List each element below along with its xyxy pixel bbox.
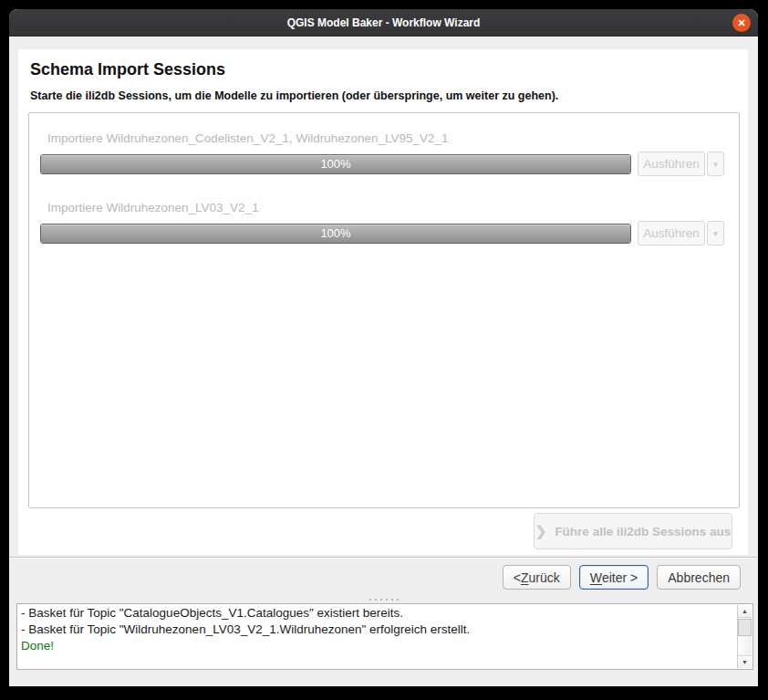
wizard-page: Schema Import Sessions Starte die ili2db…: [18, 49, 748, 555]
close-button[interactable]: ✕: [732, 14, 751, 32]
close-icon: ✕: [737, 18, 745, 28]
next-label-mnemonic: W: [590, 570, 602, 585]
run-button[interactable]: Ausführen: [638, 151, 705, 176]
chevron-down-icon: ▾: [713, 229, 718, 238]
window-title: QGIS Model Baker - Workflow Wizard: [287, 16, 481, 29]
next-label-rest: eiter >: [602, 570, 638, 585]
log-area[interactable]: - Basket für Topic "CatalogueObjects_V1.…: [16, 603, 753, 670]
session-item: Importiere Wildruhezonen_LV03_V2_1 100% …: [29, 176, 739, 246]
back-label-prefix: <: [514, 570, 521, 585]
session-label: Importiere Wildruhezonen_Codelisten_V2_1…: [47, 131, 724, 145]
sessions-panel: Importiere Wildruhezonen_Codelisten_V2_1…: [28, 112, 740, 508]
cancel-button[interactable]: Abbrechen: [657, 565, 741, 590]
back-label-rest: urück: [529, 570, 560, 585]
progress-label: 100%: [41, 155, 630, 173]
chevron-right-icon: ❯: [535, 523, 547, 539]
scroll-down-icon: ▼: [742, 659, 748, 665]
workflow-wizard-window: QGIS Model Baker - Workflow Wizard ✕ Sch…: [9, 9, 758, 686]
titlebar[interactable]: QGIS Model Baker - Workflow Wizard ✕: [9, 9, 758, 37]
run-all-sessions-button[interactable]: ❯ Führe alle ili2db Sessions aus: [534, 513, 732, 549]
progress-bar: 100%: [40, 224, 631, 244]
page-title: Schema Import Sessions: [30, 60, 225, 79]
log-line: - Basket für Topic "Wildruhezonen_LV03_V…: [21, 622, 732, 638]
back-button[interactable]: < Zurück: [503, 565, 571, 590]
separator: [9, 557, 758, 559]
run-dropdown-button[interactable]: ▾: [707, 221, 724, 246]
scroll-up-button[interactable]: ▲: [738, 605, 752, 618]
splitter-handle[interactable]: [9, 597, 758, 602]
scroll-up-icon: ▲: [742, 608, 748, 614]
run-button[interactable]: Ausführen: [638, 221, 705, 246]
log-scrollbar[interactable]: ▲ ▼: [737, 605, 752, 668]
back-label-mnemonic: Z: [521, 570, 529, 585]
run-dropdown-button[interactable]: ▾: [707, 151, 724, 176]
next-button[interactable]: Weiter >: [579, 565, 649, 590]
session-item: Importiere Wildruhezonen_Codelisten_V2_1…: [29, 113, 739, 176]
progress-label: 100%: [41, 225, 630, 243]
run-all-label: Führe alle ili2db Sessions aus: [555, 525, 731, 538]
scroll-down-button[interactable]: ▼: [738, 655, 752, 668]
chevron-down-icon: ▾: [713, 160, 718, 169]
log-line-done: Done!: [21, 638, 732, 654]
progress-bar: 100%: [40, 154, 631, 174]
wizard-button-row: < Zurück Weiter > Abbrechen: [503, 565, 741, 590]
page-subtitle: Starte die ili2db Sessions, um die Model…: [30, 89, 558, 102]
scroll-thumb[interactable]: [738, 619, 752, 636]
log-line: - Basket für Topic "CatalogueObjects_V1.…: [21, 605, 732, 622]
session-label: Importiere Wildruhezonen_LV03_V2_1: [47, 201, 724, 214]
